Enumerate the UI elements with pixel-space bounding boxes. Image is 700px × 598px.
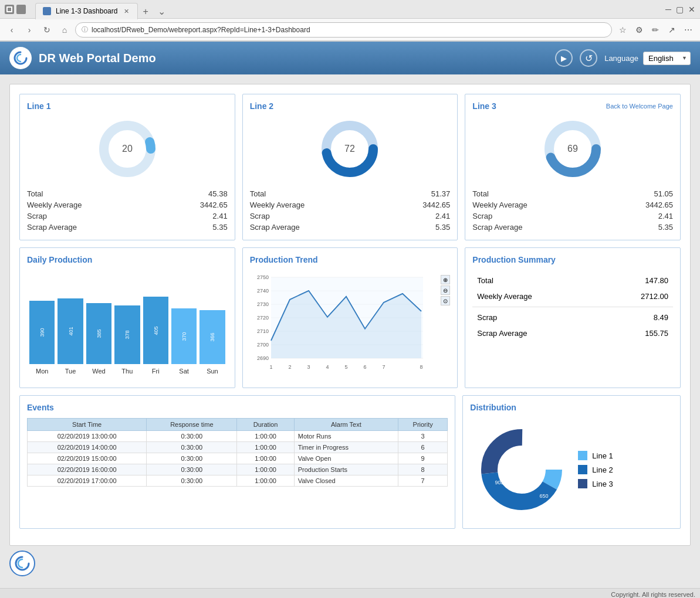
l2-wavg-label: Weekly Average <box>250 201 305 209</box>
trend-chart-svg: 2750 2740 2730 2720 2710 2700 2690 <box>250 270 432 379</box>
legend-line3: Line 3 <box>578 479 613 488</box>
svg-text:2: 2 <box>288 364 291 370</box>
bar-tue: 401 <box>58 270 83 364</box>
l3-total-value: 51.05 <box>654 189 673 198</box>
l1-wavg-label: Weekly Average <box>27 201 82 209</box>
cell-alarm: Motor Runs <box>294 431 398 442</box>
share-icon[interactable]: ↗ <box>665 23 679 37</box>
new-tab-button[interactable]: + <box>138 4 153 19</box>
language-area: Language English German French <box>604 52 691 65</box>
summary-divider1 <box>472 307 673 307</box>
cell-duration: 1:00:00 <box>237 475 294 487</box>
daily-production-title: Daily Production <box>27 255 228 264</box>
cell-duration: 1:00:00 <box>237 464 294 475</box>
menu-icon[interactable]: ⋯ <box>681 23 695 37</box>
back-to-welcome-link[interactable]: Back to Welcome Page <box>606 103 673 110</box>
bar-sat: 370 <box>171 270 197 364</box>
cell-alarm: Valve Open <box>294 453 398 464</box>
zoom-reset-icon[interactable]: ⊙ <box>441 296 450 305</box>
forward-button[interactable]: › <box>22 23 36 37</box>
summary-scrap-row: Scrap 8.49 <box>472 310 673 325</box>
address-box[interactable]: ⓘ localhost/DRweb_Demo/webreport.aspx?Re… <box>75 22 612 38</box>
l1-wavg-value: 3442.65 <box>200 201 228 209</box>
table-row: 02/20/2019 16:00:00 0:30:00 1:00:00 Prod… <box>28 464 448 475</box>
active-tab[interactable]: Line 1-3 Dashboard ✕ <box>35 3 138 19</box>
l3-scrap-value: 2.41 <box>658 212 673 220</box>
day-thu: Thu <box>114 368 140 375</box>
cell-start: 02/20/2019 17:00:00 <box>28 475 147 487</box>
svg-text:4: 4 <box>326 364 329 370</box>
toolbar-icons: ☆ ⚙ ✏ ↗ ⋯ <box>616 23 695 37</box>
l2-total-value: 51.37 <box>431 189 451 198</box>
language-select[interactable]: English German French <box>643 52 691 65</box>
url-text: localhost/DRweb_Demo/webreport.aspx?RepI… <box>92 26 310 34</box>
home-button[interactable]: ⌂ <box>58 23 72 37</box>
l1-total-value: 45.38 <box>208 189 228 198</box>
tab-list-button[interactable]: ⌄ <box>153 4 170 19</box>
dashboard-container: Line 1 20 Total45.38 Weekly Average3442.… <box>9 84 691 546</box>
summary-scrap-value: 8.49 <box>654 313 668 322</box>
footer-logo <box>9 551 35 576</box>
maximize-button[interactable]: ▢ <box>676 5 684 14</box>
extensions-icon[interactable]: ⚙ <box>632 23 646 37</box>
cell-start: 02/20/2019 14:00:00 <box>28 442 147 453</box>
play-button[interactable]: ▶ <box>555 49 573 67</box>
cell-priority: 6 <box>398 442 448 453</box>
l1-scrapavg-value: 5.35 <box>212 223 227 232</box>
zoom-out-icon[interactable]: ⊖ <box>441 286 450 295</box>
tab-close-button[interactable]: ✕ <box>122 7 130 15</box>
cell-duration: 1:00:00 <box>237 442 294 453</box>
legend-color-line1 <box>578 451 587 460</box>
summary-scrapavg-label: Scrap Average <box>477 329 527 338</box>
minimize-button[interactable]: ─ <box>665 5 671 14</box>
events-table: Start Time Response time Duration Alarm … <box>27 418 448 487</box>
back-button[interactable]: ‹ <box>5 23 19 37</box>
zoom-in-icon[interactable]: ⊕ <box>441 275 450 284</box>
app-logo <box>9 47 32 69</box>
legend-line2: Line 2 <box>578 465 613 474</box>
refresh-app-button[interactable]: ↺ <box>580 49 597 67</box>
distribution-card: Distribution 370 903 <box>462 395 681 529</box>
cell-start: 02/20/2019 16:00:00 <box>28 464 147 475</box>
table-row: 02/20/2019 13:00:00 0:30:00 1:00:00 Moto… <box>28 431 448 442</box>
footer-area <box>9 546 691 579</box>
top-row: Line 1 20 Total45.38 Weekly Average3442.… <box>19 94 681 240</box>
line3-stats: Total51.05 Weekly Average3442.65 Scrap2.… <box>472 188 673 233</box>
bookmark-bar-icon[interactable]: ☆ <box>616 23 630 37</box>
language-wrapper[interactable]: English German French <box>643 52 691 65</box>
distribution-legend: Line 1 Line 2 Line 3 <box>578 451 613 488</box>
cell-response: 0:30:00 <box>147 431 237 442</box>
l2-scrapavg-value: 5.35 <box>435 223 450 232</box>
legend-line1: Line 1 <box>578 451 613 460</box>
refresh-button[interactable]: ↻ <box>40 23 54 37</box>
copyright-text: Copyright. All rights reserved. <box>611 591 695 598</box>
pen-icon[interactable]: ✏ <box>648 23 662 37</box>
summary-wavg-row: Weekly Average 2712.00 <box>472 288 673 304</box>
bottom-row: Events Start Time Response time Duration… <box>19 395 681 529</box>
main-content: Line 1 20 Total45.38 Weekly Average3442.… <box>0 74 700 588</box>
cell-start: 02/20/2019 15:00:00 <box>28 453 147 464</box>
svg-text:1: 1 <box>269 364 272 370</box>
l3-wavg-value: 3442.65 <box>645 201 673 209</box>
cell-response: 0:30:00 <box>147 442 237 453</box>
day-sun: Sun <box>199 368 225 375</box>
distribution-donut-svg: 370 903 650 <box>475 423 569 517</box>
line3-card: Line 3 Back to Welcome Page 69 Total51.0… <box>465 94 681 240</box>
line2-card: Line 2 72 Total51.37 Weekly Average3442.… <box>242 94 458 240</box>
l3-scrapavg-label: Scrap Average <box>472 223 522 232</box>
middle-row: Daily Production 390 401 385 <box>19 247 681 388</box>
table-row: 02/20/2019 17:00:00 0:30:00 1:00:00 Valv… <box>28 475 448 487</box>
legend-label-line3: Line 3 <box>592 480 613 488</box>
cell-response: 0:30:00 <box>147 464 237 475</box>
window-icon <box>5 5 26 14</box>
svg-text:2720: 2720 <box>257 315 269 321</box>
line3-title: Line 3 <box>472 101 496 111</box>
cell-alarm: Valve Closed <box>294 475 398 487</box>
cell-alarm: Production Starts <box>294 464 398 475</box>
day-mon: Mon <box>29 368 55 375</box>
day-sat: Sat <box>171 368 197 375</box>
svg-text:5: 5 <box>344 364 347 370</box>
close-button[interactable]: ✕ <box>688 5 695 14</box>
language-label: Language <box>604 54 638 63</box>
l1-scrap-value: 2.41 <box>212 212 227 220</box>
